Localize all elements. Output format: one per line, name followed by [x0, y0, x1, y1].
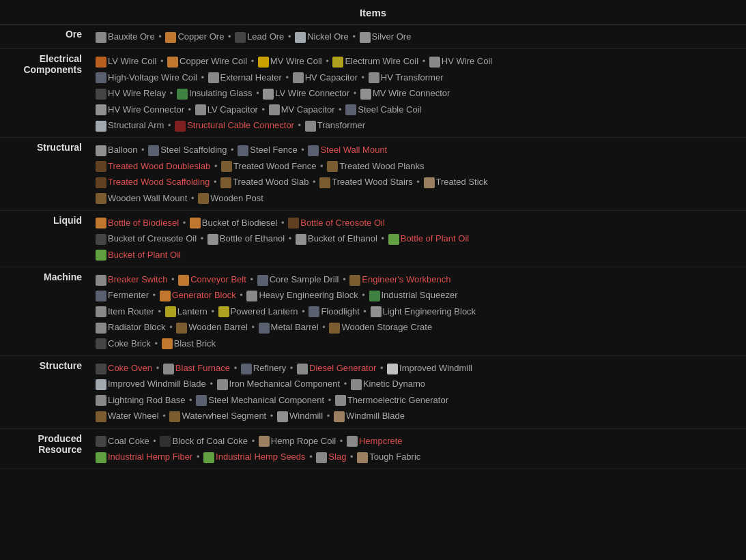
list-item[interactable]: Industrial Squeezer	[369, 290, 458, 300]
list-item[interactable]: Treated Wood Scaffolding	[96, 177, 210, 187]
list-item[interactable]: Light Engineering Block	[371, 306, 476, 316]
list-item[interactable]: MV Capacitor	[269, 104, 335, 115]
list-item[interactable]: Core Sample Drill	[257, 274, 339, 284]
list-item[interactable]: Steel Wall Mount	[308, 145, 387, 155]
separator: •	[198, 233, 206, 244]
list-item[interactable]: Floodlight	[309, 306, 359, 316]
list-item[interactable]: Iron Mechanical Component	[217, 379, 341, 389]
list-item[interactable]: High-Voltage Wire Coil	[96, 72, 197, 83]
list-item[interactable]: Lightning Rod Base	[96, 395, 185, 405]
list-item[interactable]: Steel Fence	[238, 145, 297, 155]
list-item[interactable]: Treated Stick	[424, 177, 488, 187]
list-item[interactable]: MV Wire Connector	[360, 88, 450, 98]
item-icon	[259, 436, 270, 447]
list-item[interactable]: Copper Wire Coil	[167, 56, 247, 66]
list-item[interactable]: Blast Brick	[162, 338, 216, 349]
list-item[interactable]: Bauxite Ore	[96, 31, 155, 42]
item-icon	[148, 145, 159, 156]
list-item[interactable]: Radiator Block	[96, 322, 166, 332]
list-item[interactable]: HV Capacitor	[293, 72, 358, 83]
category-label: ProducedResource	[0, 428, 89, 469]
list-item[interactable]: Bucket of Plant Oil	[96, 250, 181, 260]
category-items: Balloon • Steel Scaffolding • Steel Fenc…	[89, 138, 746, 211]
list-item[interactable]: Structural Arm	[96, 120, 164, 130]
list-item[interactable]: Insulating Glass	[177, 88, 253, 98]
list-item[interactable]: Wooden Storage Crate	[329, 322, 432, 332]
list-item[interactable]: Lead Ore	[235, 31, 284, 42]
item-icon	[296, 234, 306, 245]
list-item[interactable]: Breaker Switch	[96, 274, 167, 284]
list-item[interactable]: Refinery	[241, 363, 286, 373]
list-item[interactable]: Bottle of Biodiesel	[96, 218, 179, 228]
list-item[interactable]: Steel Mechanical Component	[196, 395, 324, 405]
list-item[interactable]: Electrum Wire Coil	[332, 56, 418, 66]
list-item[interactable]: Wooden Post	[198, 193, 263, 203]
list-item[interactable]: Metal Barrel	[259, 322, 319, 332]
list-item[interactable]: Hemp Rope Coil	[259, 436, 336, 446]
list-item[interactable]: Steel Scaffolding	[148, 145, 227, 155]
list-item[interactable]: Slag	[316, 452, 346, 462]
list-item[interactable]: Steel Cable Coil	[345, 104, 421, 115]
list-item[interactable]: Item Router	[96, 306, 154, 316]
list-item[interactable]: Wooden Wall Mount	[96, 193, 187, 203]
list-item[interactable]: Bucket of Biodiesel	[190, 218, 278, 228]
list-item[interactable]: Bottle of Ethanol	[207, 233, 285, 244]
list-item[interactable]: Bucket of Creosote Oil	[96, 233, 197, 244]
list-item[interactable]: Block of Coal Coke	[160, 436, 248, 446]
list-item[interactable]: Silver Ore	[360, 31, 412, 42]
list-item[interactable]: Water Wheel	[96, 411, 159, 421]
list-item[interactable]: Treated Wood Planks	[327, 161, 424, 171]
list-item[interactable]: External Heater	[208, 72, 282, 83]
list-item[interactable]: Transformer	[305, 120, 365, 130]
list-item[interactable]: Heavy Engineering Block	[246, 290, 358, 300]
item-icon	[295, 32, 306, 43]
list-item[interactable]: Improved Windmill Blade	[96, 379, 206, 389]
list-item[interactable]: Industrial Hemp Seeds	[203, 452, 306, 462]
list-item[interactable]: Bucket of Ethanol	[296, 233, 377, 244]
list-item[interactable]: Hempcrete	[347, 436, 403, 446]
list-item[interactable]: Lantern	[165, 306, 207, 316]
list-item[interactable]: HV Transformer	[369, 72, 444, 83]
list-item[interactable]: Treated Wood Stairs	[319, 177, 413, 187]
list-item[interactable]: LV Wire Connector	[263, 88, 349, 98]
list-item[interactable]: Bottle of Plant Oil	[388, 233, 469, 244]
list-item[interactable]: Conveyor Belt	[178, 274, 246, 284]
list-item[interactable]: Kinetic Dynamo	[351, 379, 425, 389]
list-item[interactable]: HV Wire Coil	[429, 56, 492, 66]
item-name: Transformer	[317, 120, 365, 130]
list-item[interactable]: Powered Lantern	[218, 306, 298, 316]
list-item[interactable]: Treated Wood Slab	[220, 177, 309, 187]
list-item[interactable]: Windmill Blade	[334, 411, 405, 421]
list-item[interactable]: Improved Windmill	[387, 363, 472, 373]
list-item[interactable]: Treated Wood Fence	[221, 161, 316, 171]
list-item[interactable]: Waterwheel Segment	[169, 411, 266, 421]
list-item[interactable]: Blast Furnace	[163, 363, 230, 373]
list-item[interactable]: Bottle of Creosote Oil	[288, 218, 385, 228]
list-item[interactable]: Generator Block	[160, 290, 236, 300]
list-item[interactable]: Diesel Generator	[297, 363, 376, 373]
list-item[interactable]: Nickel Ore	[295, 31, 349, 42]
list-item[interactable]: Wooden Barrel	[176, 322, 247, 332]
item-name: Balloon	[108, 145, 137, 155]
list-item[interactable]: Coke Oven	[96, 363, 152, 373]
list-item[interactable]: Copper Ore	[165, 31, 224, 42]
list-item[interactable]: Fermenter	[96, 290, 149, 300]
list-item[interactable]: HV Wire Relay	[96, 88, 166, 98]
list-item[interactable]: Coal Coke	[96, 436, 149, 446]
list-item[interactable]: HV Wire Connector	[96, 104, 184, 115]
list-item[interactable]: Balloon	[96, 145, 137, 155]
list-item[interactable]: Windmill	[277, 411, 323, 421]
list-item[interactable]: LV Wire Coil	[96, 56, 156, 66]
list-item[interactable]: Industrial Hemp Fiber	[96, 452, 192, 462]
list-item[interactable]: Structural Cable Connector	[175, 120, 294, 130]
item-name: Conveyor Belt	[190, 274, 246, 284]
list-item[interactable]: Thermoelectric Generator	[335, 395, 448, 405]
item-name: Electrum Wire Coil	[345, 56, 418, 66]
list-item[interactable]: Treated Wood Doubleslab	[96, 161, 210, 171]
list-item[interactable]: Coke Brick	[96, 338, 151, 349]
list-item[interactable]: Tough Fabric	[357, 452, 420, 462]
list-item[interactable]: LV Capacitor	[195, 104, 258, 115]
list-item[interactable]: MV Wire Coil	[258, 56, 322, 66]
list-item[interactable]: Engineer's Workbench	[349, 274, 450, 284]
separator: •	[379, 233, 387, 244]
